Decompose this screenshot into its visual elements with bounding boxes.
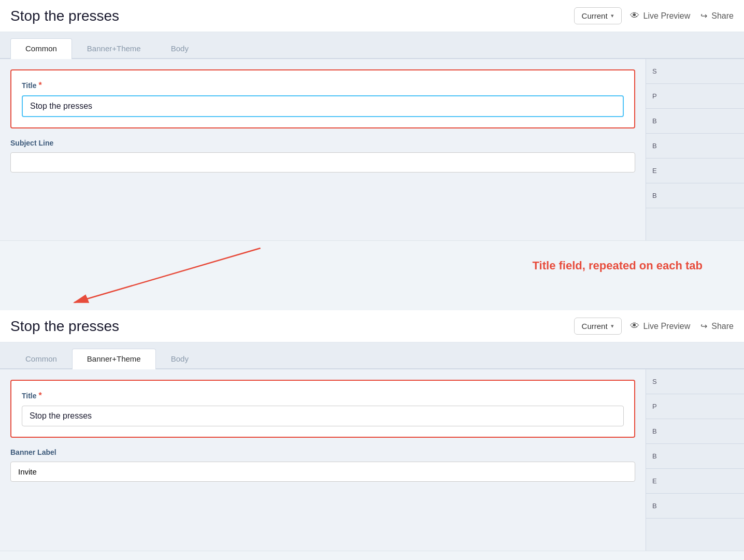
top-version-label: Current <box>582 11 608 20</box>
annotation-area: Title field, repeated on each tab <box>0 243 744 310</box>
top-title-input[interactable] <box>22 95 624 117</box>
bottom-header-actions: 👁 Live Preview ↪ Share <box>630 321 734 332</box>
bottom-live-preview-label: Live Preview <box>643 322 691 331</box>
top-tab-common[interactable]: Common <box>10 38 72 59</box>
annotation-arrow-svg <box>0 243 744 310</box>
top-title-section: Title * <box>10 69 635 128</box>
top-subject-section: Subject Line <box>10 139 635 173</box>
bottom-banner-section: Banner Label <box>10 448 635 482</box>
top-version-chevron-icon: ▾ <box>611 12 614 19</box>
bottom-content-area: Title * Banner Label S P B B E B <box>0 369 744 551</box>
top-title-label: Title * <box>22 81 624 90</box>
bottom-sidebar-item-5: E <box>646 469 744 494</box>
top-sidebar-item-6: B <box>646 183 744 208</box>
bottom-tab-banner-theme[interactable]: Banner+Theme <box>72 349 156 369</box>
bottom-live-preview-button[interactable]: 👁 Live Preview <box>630 321 691 332</box>
bottom-title-input[interactable] <box>22 406 624 426</box>
top-header-bar: Stop the presses Current ▾ 👁 Live Previe… <box>0 0 744 32</box>
top-version-dropdown[interactable]: Current ▾ <box>574 7 622 24</box>
top-sidebar-item-5: E <box>646 159 744 183</box>
share-icon: ↪ <box>700 11 707 21</box>
top-sidebar-item-3: B <box>646 109 744 134</box>
bottom-share-button[interactable]: ↪ Share <box>700 321 734 331</box>
bottom-sidebar-item-2: P <box>646 394 744 419</box>
bottom-header-bar: Stop the presses Current ▾ 👁 Live Previe… <box>0 310 744 342</box>
top-sidebar-item-2: P <box>646 84 744 109</box>
top-content-area: Title * Subject Line S P B B E B <box>0 59 744 240</box>
bottom-title-label: Title * <box>22 391 624 400</box>
bottom-share-icon: ↪ <box>700 321 707 331</box>
bottom-title-required-marker: * <box>39 391 42 400</box>
bottom-right-sidebar: S P B B E B <box>646 369 744 551</box>
bottom-tab-common[interactable]: Common <box>10 349 72 369</box>
bottom-sidebar-item-3: B <box>646 419 744 444</box>
bottom-sidebar-item-4: B <box>646 444 744 469</box>
top-page-title: Stop the presses <box>10 8 566 24</box>
eye-icon: 👁 <box>630 10 639 21</box>
bottom-tabs-bar: Common Banner+Theme Body <box>0 342 744 369</box>
top-share-button[interactable]: ↪ Share <box>700 11 734 21</box>
bottom-page-title: Stop the presses <box>10 318 566 335</box>
bottom-tab-body[interactable]: Body <box>156 349 204 369</box>
bottom-sidebar-item-1: S <box>646 369 744 394</box>
top-subject-label: Subject Line <box>10 139 635 147</box>
svg-line-1 <box>75 248 261 303</box>
annotation-text: Title field, repeated on each tab <box>533 259 703 274</box>
bottom-version-dropdown[interactable]: Current ▾ <box>574 318 622 335</box>
top-live-preview-label: Live Preview <box>643 11 691 21</box>
top-sidebar-item-1: S <box>646 59 744 84</box>
top-share-label: Share <box>711 11 734 21</box>
bottom-title-section: Title * <box>10 380 635 438</box>
bottom-banner-input[interactable] <box>10 462 635 482</box>
bottom-eye-icon: 👁 <box>630 321 639 332</box>
bottom-banner-label: Banner Label <box>10 448 635 456</box>
top-live-preview-button[interactable]: 👁 Live Preview <box>630 10 691 21</box>
bottom-share-label: Share <box>711 322 734 331</box>
top-header-actions: 👁 Live Preview ↪ Share <box>630 10 734 21</box>
top-sidebar-item-4: B <box>646 134 744 159</box>
top-tab-body[interactable]: Body <box>156 38 204 59</box>
bottom-panel: Stop the presses Current ▾ 👁 Live Previe… <box>0 310 744 551</box>
bottom-version-chevron-icon: ▾ <box>611 323 614 329</box>
bottom-version-label: Current <box>582 322 608 331</box>
top-tab-banner-theme[interactable]: Banner+Theme <box>72 38 156 59</box>
top-tabs-bar: Common Banner+Theme Body <box>0 32 744 59</box>
top-title-required-marker: * <box>39 81 42 90</box>
bottom-sidebar-item-6: B <box>646 494 744 519</box>
top-subject-input[interactable] <box>10 152 635 173</box>
top-right-sidebar: S P B B E B <box>646 59 744 240</box>
